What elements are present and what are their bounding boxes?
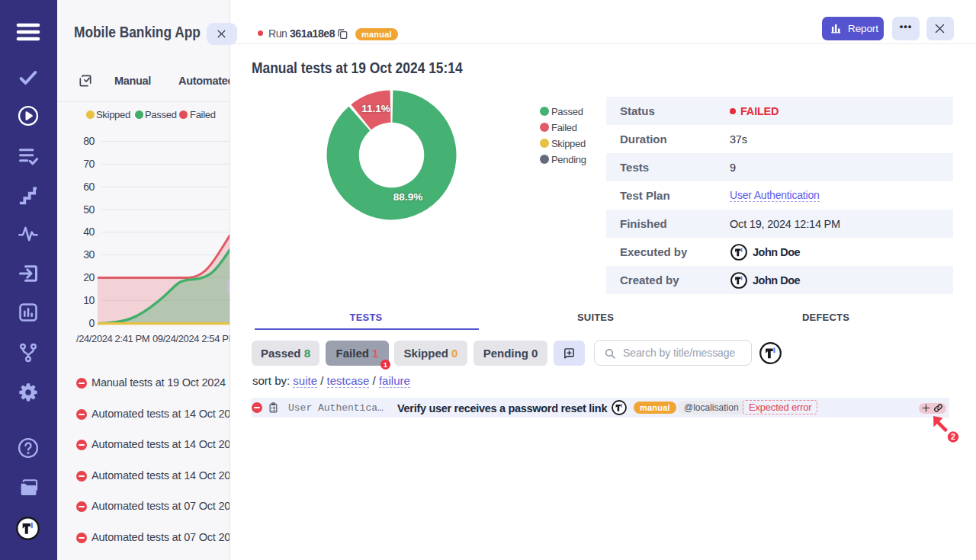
svg-text:2: 2: [951, 432, 955, 441]
